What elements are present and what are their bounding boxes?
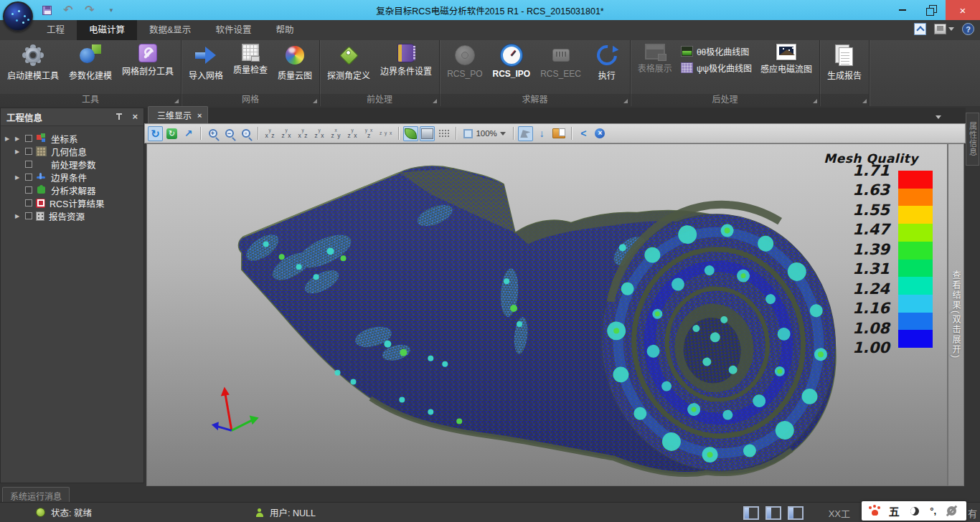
tree-item-label: 几何信息: [51, 145, 87, 158]
viewport-3d[interactable]: Mesh Quality 1.711.631.551.471.391.311.2…: [146, 143, 948, 486]
tree-checkbox[interactable]: [25, 199, 32, 207]
results-collapsed-panel[interactable]: 查看结果(双击展开): [948, 143, 964, 486]
pan-icon[interactable]: [181, 126, 196, 141]
ribbon-button-rcs-ipo[interactable]: RCS_IPO: [487, 42, 535, 80]
tree-expand-icon[interactable]: ▶: [15, 148, 25, 155]
tree-item-boundary-conditions[interactable]: ▶边界条件: [1, 171, 143, 184]
tree-root-arrow-icon[interactable]: ▶: [5, 136, 15, 142]
view-orientation-icon[interactable]: yz x: [345, 126, 360, 141]
ribbon-button-psi-polarization-curve[interactable]: ψψ极化曲线图: [677, 61, 755, 75]
tree-item-geometry-info[interactable]: ▶几何信息: [1, 145, 143, 158]
menu-tab-help[interactable]: 帮助: [263, 20, 306, 40]
tabstrip-dropdown-icon[interactable]: [936, 115, 941, 119]
tree-expand-icon[interactable]: ▶: [15, 136, 25, 142]
close-button[interactable]: ×: [946, 0, 980, 20]
view-orientation-icon[interactable]: xz y: [329, 126, 344, 141]
export-icon[interactable]: [576, 126, 591, 141]
group-expand-icon[interactable]: [623, 99, 628, 103]
tree-expand-icon[interactable]: ▶: [15, 213, 25, 219]
mesh-part[interactable]: [238, 166, 848, 483]
view-orientation-icon[interactable]: y xz: [362, 126, 377, 141]
zoom-level-widget[interactable]: 100%: [461, 126, 508, 141]
close-circle-icon[interactable]: [593, 126, 608, 141]
panel-close-icon[interactable]: ×: [132, 113, 138, 121]
arrow-down-icon[interactable]: [534, 126, 550, 141]
ribbon-button-execute[interactable]: 执行: [586, 42, 628, 82]
tree-checkbox[interactable]: [25, 161, 32, 168]
ribbon-button-theta-polarization-curve[interactable]: θθ极化曲线图: [677, 44, 755, 58]
ime-brand-paw-icon[interactable]: [872, 510, 878, 516]
tree-checkbox[interactable]: [25, 186, 32, 194]
window-style-button[interactable]: [934, 24, 954, 34]
view-orientation-icon[interactable]: yz x: [312, 126, 327, 141]
ribbon-group-label: 网格: [182, 94, 319, 106]
group-expand-icon[interactable]: [313, 99, 317, 103]
group-expand-icon[interactable]: [813, 99, 817, 103]
tree-item-analysis-solver[interactable]: 分析求解器: [1, 184, 143, 196]
ribbon-button-quality-check[interactable]: 质量检查: [228, 42, 273, 76]
pin-icon[interactable]: [115, 113, 123, 121]
tree-item-coordinate-system[interactable]: ▶▶坐标系: [1, 132, 143, 145]
ribbon-button-parametric-modeling[interactable]: 参数化建模: [64, 42, 117, 82]
legend-value-label: 1.31: [809, 261, 890, 277]
axis-main: z y: [331, 133, 341, 139]
menu-tab-em-compute[interactable]: 电磁计算: [77, 20, 137, 40]
menu-tab-software-settings[interactable]: 软件设置: [203, 20, 263, 40]
system-message-tab[interactable]: 系统运行消息: [2, 487, 70, 502]
menu-tab-data-display[interactable]: 数据&显示: [137, 20, 203, 40]
property-info-tab[interactable]: 属性信息: [966, 113, 979, 166]
rotate-icon[interactable]: [148, 126, 163, 141]
sync-icon[interactable]: [164, 126, 179, 141]
menu-tab-project[interactable]: 工程: [34, 20, 77, 40]
mesh-speckle: [384, 341, 391, 348]
window-layout-2-icon[interactable]: [765, 506, 781, 520]
view-orientation-icon[interactable]: yx z: [296, 126, 311, 141]
view-orientation-icon[interactable]: yx z: [263, 126, 278, 141]
ribbon-button-induced-em-current-map[interactable]: 感应电磁流图: [755, 42, 817, 75]
ribbon-button-label: 感应电磁流图: [760, 62, 812, 75]
zoom-fit-icon[interactable]: ▫: [238, 126, 253, 141]
menubar: 工程电磁计算数据&显示软件设置帮助: [0, 20, 980, 40]
tree-item-rcs-results[interactable]: RCS计算结果: [1, 196, 143, 209]
tree-checkbox[interactable]: [25, 174, 32, 181]
ribbon-button-mesh-partition-tool[interactable]: 网格剖分工具: [117, 42, 179, 77]
tree-checkbox[interactable]: [25, 148, 32, 155]
ribbon-button-quality-cloud-map[interactable]: 质量云图: [273, 42, 317, 82]
tab-3d-display[interactable]: 三维显示 ×: [148, 106, 208, 123]
ime-settings-gear-icon[interactable]: [947, 506, 956, 516]
minimize-button[interactable]: [888, 0, 917, 20]
ribbon-button-start-modeling-tool[interactable]: 启动建模工具: [2, 42, 64, 82]
view-orientation-icon[interactable]: z y x: [378, 126, 394, 141]
collapse-ribbon-icon[interactable]: [914, 23, 926, 35]
ribbon-button-probe-angle-define[interactable]: 探测角定义: [322, 42, 375, 82]
ribbon-button-boundary-condition-settings[interactable]: 边界条件设置: [375, 42, 437, 77]
tab-close-icon[interactable]: ×: [197, 111, 202, 120]
tree-checkbox[interactable]: [25, 135, 32, 142]
shade-icon[interactable]: [420, 126, 435, 141]
leaf-icon[interactable]: [403, 126, 418, 141]
help-icon[interactable]: ?: [962, 23, 974, 35]
group-expand-icon[interactable]: [862, 99, 867, 103]
mesh-speckle: [504, 278, 509, 284]
window-layout-3-icon[interactable]: [788, 506, 804, 520]
zoom-in-icon[interactable]: +: [205, 126, 220, 141]
tree-item-preprocess-params[interactable]: 前处理参数: [1, 158, 143, 171]
tree-expand-icon[interactable]: ▶: [15, 174, 25, 181]
ribbon-button-import-mesh[interactable]: 导入网格: [184, 42, 228, 82]
view-orientation-icon[interactable]: yz x: [279, 126, 294, 141]
group-expand-icon[interactable]: [174, 99, 179, 103]
grid-dots-icon[interactable]: [436, 126, 451, 141]
select-view-icon[interactable]: [518, 126, 533, 141]
ime-mode-button[interactable]: 五: [889, 503, 900, 518]
tree-checkbox[interactable]: [25, 212, 32, 219]
ribbon-button-generate-report[interactable]: 生成报告: [822, 42, 867, 82]
tree-item-report-resources[interactable]: ▶报告资源: [1, 209, 143, 222]
ime-moon-icon[interactable]: [910, 507, 919, 516]
app-logo[interactable]: [3, 1, 33, 32]
restore-button[interactable]: [917, 0, 946, 20]
zoom-out-icon[interactable]: −: [222, 126, 237, 141]
ime-punctuation-button[interactable]: °,: [930, 506, 936, 516]
window-layout-1-icon[interactable]: [743, 506, 759, 520]
group-expand-icon[interactable]: [433, 99, 437, 103]
folder-image-icon[interactable]: [551, 126, 567, 141]
